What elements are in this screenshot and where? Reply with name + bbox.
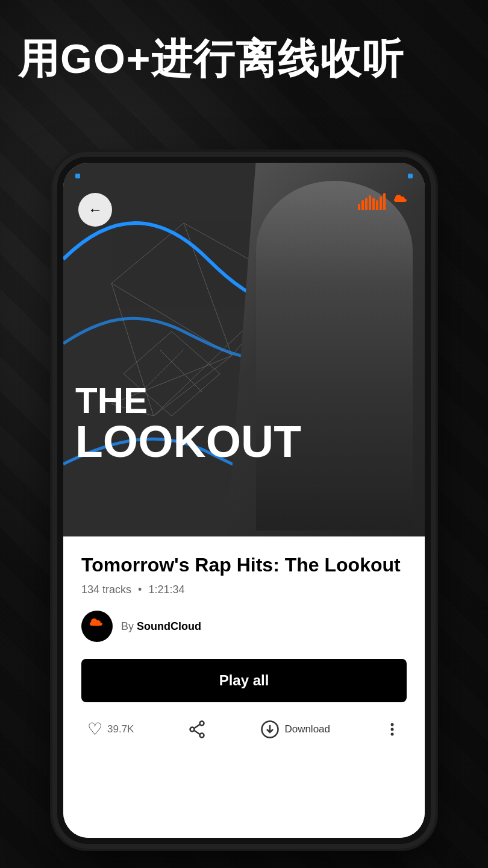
album-title-lookout: LOOKOUT (75, 419, 301, 464)
author-text: By SoundCloud (121, 620, 201, 633)
back-button[interactable]: ← (78, 193, 112, 227)
svg-point-18 (200, 733, 204, 737)
artist-silhouette (256, 181, 413, 530)
author-avatar (81, 611, 113, 642)
phone-mockup: ← (57, 157, 431, 844)
play-all-button[interactable]: Play all (81, 659, 407, 702)
svg-line-19 (195, 725, 201, 728)
album-title-the: THE (75, 383, 301, 419)
author-row: By SoundCloud (81, 611, 407, 642)
track-meta: 134 tracks • 1:21:34 (81, 583, 407, 596)
download-action[interactable]: Download (260, 720, 330, 739)
status-indicator-right (408, 174, 413, 178)
more-action[interactable] (384, 721, 401, 738)
sc-bar-6 (376, 200, 378, 210)
status-indicator-left (75, 174, 80, 178)
soundcloud-avatar-icon (89, 618, 105, 635)
sc-bar-5 (372, 198, 375, 210)
like-count: 39.7K (107, 723, 134, 735)
sc-bar-1 (358, 204, 360, 210)
author-name: SoundCloud (137, 620, 201, 632)
sc-bar-8 (383, 193, 386, 210)
author-by-label: By (121, 620, 137, 632)
album-art: ← (63, 163, 425, 549)
svg-line-10 (124, 332, 172, 374)
action-bar: 39.7K (81, 719, 407, 739)
svg-point-23 (391, 723, 394, 726)
status-dot (75, 174, 80, 178)
track-duration: 1:21:34 (148, 583, 184, 596)
sc-bar-7 (380, 197, 382, 210)
sc-bar-3 (365, 198, 368, 210)
album-title-text: THE LOOKOUT (75, 383, 301, 464)
download-label: Download (284, 723, 330, 735)
soundcloud-bars (358, 193, 410, 210)
download-icon (260, 720, 280, 739)
sc-bar-2 (361, 200, 364, 210)
meta-separator: • (138, 583, 142, 596)
soundcloud-logo-icon (358, 193, 410, 210)
svg-point-17 (190, 727, 195, 731)
page-title: 用GO+进行离线收听 (18, 36, 470, 81)
back-arrow-icon: ← (88, 201, 102, 218)
track-count: 134 tracks (81, 583, 131, 596)
svg-point-16 (200, 721, 204, 725)
svg-line-20 (195, 731, 201, 734)
share-action[interactable] (187, 720, 207, 739)
sc-bar-4 (369, 195, 371, 210)
share-icon (187, 720, 207, 739)
soundcloud-logo (358, 193, 410, 210)
content-area: Tomorrow's Rap Hits: The Lookout 134 tra… (63, 536, 425, 838)
artist-photo (226, 163, 425, 549)
svg-point-25 (391, 732, 394, 735)
more-icon (384, 721, 401, 738)
like-action[interactable]: 39.7K (87, 719, 134, 739)
phone-screen: ← (63, 163, 425, 838)
heart-icon (87, 719, 102, 739)
svg-point-24 (391, 728, 394, 731)
track-title: Tomorrow's Rap Hits: The Lookout (81, 553, 407, 576)
